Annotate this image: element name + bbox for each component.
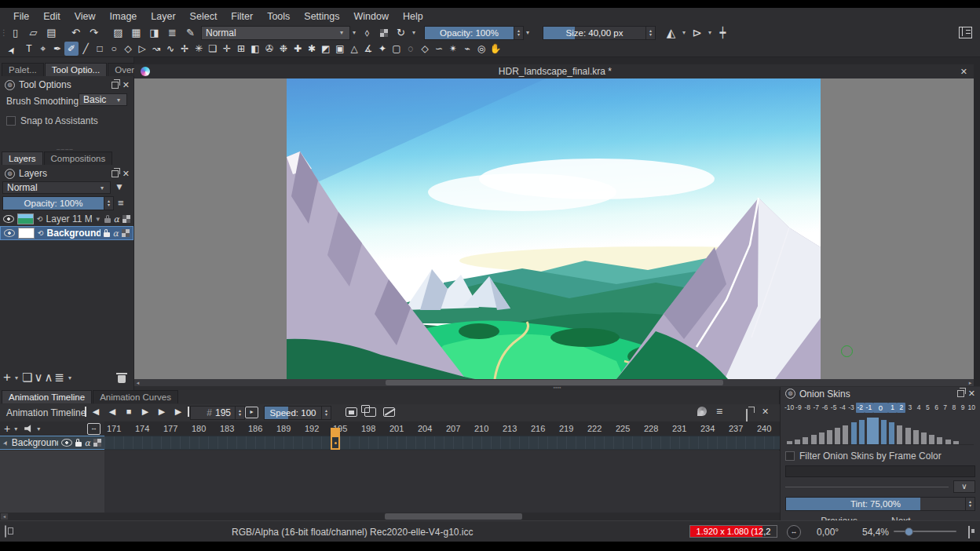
fill-icon[interactable]: ◩ [319, 42, 333, 56]
onion-skin-opacity-bars[interactable] [787, 414, 974, 445]
onion-number--10[interactable]: -10 [784, 403, 794, 413]
freehand-path-icon[interactable]: ∿ [163, 42, 177, 56]
chevron-down-icon[interactable]: ▾ [410, 29, 418, 36]
float-docker-icon[interactable] [112, 82, 119, 89]
timeline-track-frames[interactable] [104, 436, 780, 450]
undo-icon[interactable]: ↶ [67, 26, 85, 40]
onion-number--9[interactable]: -9 [794, 403, 803, 413]
opacity-spinner[interactable]: ▴▾ [514, 26, 524, 40]
speed-spinner[interactable]: ▴▾ [322, 406, 331, 420]
chevron-down-icon[interactable]: ▾ [35, 425, 42, 432]
color-sampler-icon[interactable]: ✇ [262, 42, 276, 56]
onion-opacity-bar[interactable] [835, 428, 840, 444]
move-layer-down-button[interactable]: ∨ [34, 370, 42, 385]
zoom-icon[interactable]: ◎ [474, 42, 488, 56]
onion-number-8[interactable]: 8 [949, 403, 958, 413]
layer-properties-button[interactable]: ≣ [54, 370, 64, 385]
play-button[interactable]: ▶ [137, 407, 153, 417]
speed-spinbox[interactable]: Speed: 100 % ▴▾ [264, 406, 331, 420]
onion-number-10[interactable]: 10 [967, 403, 976, 413]
layer-thumbnail[interactable] [18, 228, 35, 239]
enclose-fill-icon[interactable]: ▣ [333, 42, 347, 56]
onion-opacity-bar[interactable] [787, 441, 792, 444]
preserve-alpha-icon[interactable] [380, 29, 388, 37]
onion-number--5[interactable]: -5 [829, 403, 838, 413]
frame-ruler[interactable]: 1711741771801831861891921951982012042072… [104, 421, 780, 436]
timeline-h-scrollbar[interactable]: ◂ [0, 513, 780, 520]
canvas-painting[interactable] [287, 78, 821, 379]
text-icon[interactable]: T [22, 42, 36, 56]
open-document-icon[interactable]: ▱ [24, 26, 42, 40]
previous-frame-button[interactable]: ◀ [104, 407, 120, 417]
layer-visible-icon[interactable] [4, 229, 15, 237]
tab-compositions[interactable]: Compositions [44, 151, 113, 165]
opacity-slider[interactable]: Opacity: 100% [424, 26, 514, 40]
pattern-edit-icon[interactable]: ❉ [276, 42, 291, 56]
chevron-down-icon[interactable]: ▾ [13, 374, 20, 381]
show-current-frame-icon[interactable] [346, 407, 357, 417]
assistants-icon[interactable]: △ [347, 42, 361, 56]
rectangle-icon[interactable]: □ [93, 42, 107, 56]
onion-opacity-bar[interactable] [913, 430, 919, 444]
spin-down-icon[interactable]: ▾ [108, 203, 110, 207]
similar-select-icon[interactable]: ✴ [446, 42, 460, 56]
spin-down-icon[interactable]: ▾ [517, 33, 520, 37]
onion-number--4[interactable]: -4 [838, 403, 847, 413]
layer-row-selected[interactable]: ⟲ Background α [0, 226, 133, 240]
measure-icon[interactable]: ∡ [361, 42, 375, 56]
crop-icon[interactable]: ⊞ [234, 42, 248, 56]
menu-window[interactable]: Window [347, 9, 396, 24]
line-icon[interactable]: ╱ [79, 42, 93, 56]
zoom-slider[interactable] [894, 531, 956, 532]
move-icon[interactable]: ✛ [220, 42, 234, 56]
close-icon[interactable]: ✕ [122, 80, 130, 90]
pan-icon[interactable]: ✋ [488, 42, 503, 56]
onion-number-2[interactable]: 2 [897, 403, 905, 413]
rotation-angle-status[interactable]: 0,00° [817, 527, 839, 538]
layer-visible-icon[interactable] [3, 215, 14, 223]
layer-thumbnail[interactable] [17, 213, 34, 224]
tab-animation-curves[interactable]: Animation Curves [93, 390, 178, 403]
skip-to-start-button[interactable]: ◀ [85, 407, 104, 417]
new-document-icon[interactable]: ▯ [6, 26, 24, 40]
eraser-mode-icon[interactable]: ⬨ [358, 26, 376, 40]
blending-mode-dropdown[interactable]: Normal ▾ [201, 26, 350, 40]
spin-down-icon[interactable]: ▾ [969, 504, 971, 508]
redo-icon[interactable]: ↷ [85, 26, 103, 40]
reference-images-icon[interactable]: ✦ [375, 42, 389, 56]
onion-opacity-bar[interactable] [889, 422, 894, 444]
close-icon[interactable]: ✕ [762, 407, 769, 417]
add-layer-button[interactable]: + [3, 370, 11, 385]
onion-number--2[interactable]: -2 [856, 403, 865, 413]
onion-opacity-bar[interactable] [795, 440, 800, 444]
transform-icon[interactable]: ❏ [206, 42, 220, 56]
onion-number-4[interactable]: 4 [915, 403, 923, 413]
menu-view[interactable]: View [68, 9, 103, 24]
menu-edit[interactable]: Edit [36, 9, 68, 24]
onion-opacity-bar[interactable] [921, 432, 927, 444]
next-frame-button[interactable]: ▶ [154, 407, 170, 417]
edit-shapes-icon[interactable]: ⌖ [36, 42, 50, 56]
menu-file[interactable]: File [6, 9, 36, 24]
canvas-surround[interactable] [134, 78, 974, 379]
zoom-fit-page-icon[interactable] [968, 526, 970, 538]
onion-opacity-bar[interactable] [897, 425, 902, 444]
multibrush-icon[interactable]: ✳ [192, 42, 206, 56]
inherit-alpha-icon[interactable] [122, 215, 130, 223]
zoom-level-status[interactable]: 54,4% [862, 527, 889, 538]
memory-usage-bar[interactable]: 1.920 x 1.080 (12,2 GiB) [689, 525, 777, 538]
layer-name[interactable]: Background [47, 228, 101, 239]
toolbar-grip[interactable]: ⋮ [0, 28, 6, 37]
docker-tab-0[interactable]: Palet... [2, 63, 44, 76]
chevron-down-icon[interactable]: ▾ [706, 29, 714, 36]
onion-number-0[interactable]: 0 [873, 403, 888, 413]
onion-number-3[interactable]: 3 [905, 403, 914, 413]
tint-slider[interactable]: Tint: 75,00% [785, 497, 966, 511]
float-docker-icon[interactable] [112, 170, 119, 177]
onion-number-9[interactable]: 9 [959, 403, 967, 413]
brush-size-slider[interactable]: Size: 40,00 px [543, 26, 646, 40]
polyline-icon[interactable]: ▷ [135, 42, 149, 56]
onion-opacity-bar[interactable] [953, 441, 959, 444]
selection-status-icon[interactable] [5, 525, 6, 538]
audio-icon[interactable] [24, 425, 33, 433]
